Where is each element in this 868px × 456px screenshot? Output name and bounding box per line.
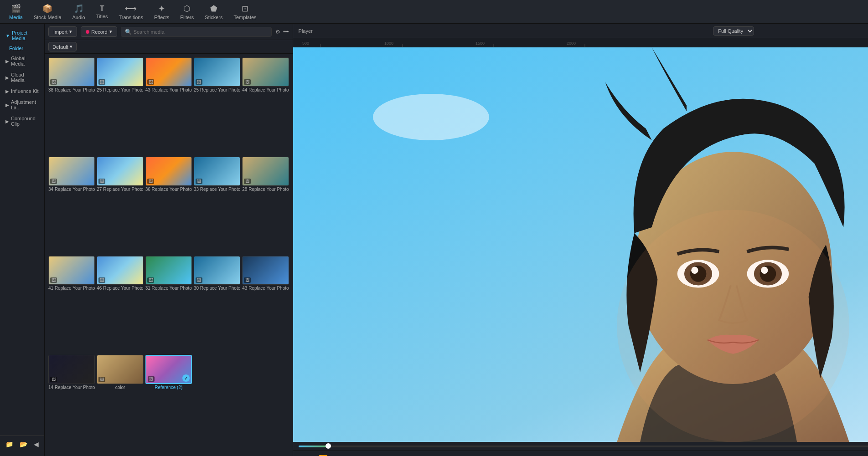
progress-container: 00:00:00:14 / 00:00:06:21 xyxy=(293,442,868,451)
media-actions: ⚙ ••• xyxy=(275,29,289,35)
nav-stickers-label: Stickers xyxy=(205,15,222,20)
quality-select[interactable]: Full Quality 1/2 Quality 1/4 Quality xyxy=(713,26,754,36)
sidebar-item-folder[interactable]: Folder xyxy=(0,44,44,53)
player-label: Player xyxy=(299,28,313,34)
photo-icon: 🖼 xyxy=(244,179,251,184)
media-item[interactable]: 🖼 27 Replace Your Photo xyxy=(97,157,143,254)
nav-templates[interactable]: ⊡ Templates xyxy=(228,2,262,22)
media-item[interactable]: 🖼 14 Replace Your Photo xyxy=(48,355,95,452)
media-item[interactable]: 🖼 41 Replace Your Photo xyxy=(48,256,95,354)
nav-templates-label: Templates xyxy=(233,15,256,20)
record-button[interactable]: Record ▾ xyxy=(81,26,117,37)
arrow-icon-influence: ▶ xyxy=(5,89,9,94)
media-item[interactable]: 🖼 43 Replace Your Photo xyxy=(242,256,289,354)
photo-icon: 🖼 xyxy=(148,376,155,382)
nav-filters[interactable]: ⬡ Filters xyxy=(175,2,199,22)
filter-icon[interactable]: ⚙ xyxy=(275,29,280,35)
sidebar-import-btn[interactable]: 📁 xyxy=(4,440,15,449)
media-item[interactable]: 🖼 28 Replace Your Photo xyxy=(242,157,289,254)
nav-media-label: Media xyxy=(9,15,23,20)
nav-filters-label: Filters xyxy=(180,15,194,20)
sidebar-item-project-media[interactable]: ▼ Project Media xyxy=(0,27,44,44)
step-back-button[interactable]: ⏪ xyxy=(317,454,330,456)
stop-button[interactable]: ⏹ xyxy=(354,454,365,456)
preview-panel: Player Full Quality 1/2 Quality 1/4 Qual… xyxy=(293,24,868,456)
templates-icon: ⊡ xyxy=(242,4,248,14)
media-item[interactable]: 🖼 color xyxy=(97,355,143,452)
filter-label: Default xyxy=(52,44,68,50)
nav-stock-label: Stock Media xyxy=(34,15,62,20)
media-item[interactable]: 🖼 34 Replace Your Photo xyxy=(48,157,95,254)
photo-icon: 🖼 xyxy=(98,377,105,382)
nav-transitions[interactable]: ⟷ Transitions xyxy=(114,2,149,22)
media-item-reference[interactable]: 🖼 ✓ Reference (2) xyxy=(145,355,192,452)
nav-stickers[interactable]: ⬟ Stickers xyxy=(199,2,228,22)
nav-titles[interactable]: T Titles xyxy=(91,3,114,21)
more-icon[interactable]: ••• xyxy=(283,29,289,35)
svg-rect-27 xyxy=(617,210,849,442)
media-item[interactable]: 🖼 25 Replace Your Photo xyxy=(194,57,240,155)
sidebar-folder-label: Folder xyxy=(9,46,23,51)
nav-audio[interactable]: 🎵 Audio xyxy=(67,2,91,22)
media-item-label: Reference (2) xyxy=(145,384,192,391)
media-item-label: 31 Replace Your Photo xyxy=(145,285,192,292)
media-grid: 🖼 38 Replace Your Photo 🖼 25 Replace You… xyxy=(45,54,293,456)
media-item-label: 38 Replace Your Photo xyxy=(48,87,95,93)
media-thumbnail: 🖼 xyxy=(194,57,240,87)
sidebar-item-compound-clip[interactable]: ▶ Compound Clip xyxy=(0,113,44,129)
play-button[interactable]: ▶ xyxy=(337,453,347,456)
rewind-button[interactable]: ⏮ xyxy=(299,454,310,456)
media-item[interactable]: 🖼 36 Replace Your Photo xyxy=(145,157,192,254)
svg-text:2000: 2000 xyxy=(567,41,576,46)
media-item[interactable]: 🖼 43 Replace Your Photo xyxy=(145,57,192,155)
photo-icon: 🖼 xyxy=(147,79,154,85)
top-nav: 🎬 Media 📦 Stock Media 🎵 Audio T Titles ⟷… xyxy=(0,0,868,24)
media-item[interactable]: 🖼 38 Replace Your Photo xyxy=(48,57,95,155)
nav-audio-label: Audio xyxy=(72,15,85,20)
sidebar-collapse-btn[interactable]: ◀ xyxy=(32,440,41,449)
preview-outer: Player Full Quality 1/2 Quality 1/4 Qual… xyxy=(293,24,868,456)
photo-icon: 🖼 xyxy=(98,179,105,184)
media-item-label: 14 Replace Your Photo xyxy=(48,384,95,391)
media-thumbnail: 🖼 xyxy=(97,355,143,384)
progress-bar[interactable] xyxy=(299,446,868,447)
sidebar-project-media-label: Project Media xyxy=(12,30,39,41)
media-thumbnail: 🖼 xyxy=(48,256,95,285)
media-item-label: 41 Replace Your Photo xyxy=(48,285,95,292)
nav-stock-media[interactable]: 📦 Stock Media xyxy=(28,2,67,22)
sidebar-item-cloud-media[interactable]: ▶ Cloud Media xyxy=(0,69,44,86)
sidebar-item-adjustment[interactable]: ▶ Adjustment La... xyxy=(0,97,44,113)
media-item[interactable]: 🖼 25 Replace Your Photo xyxy=(97,57,143,155)
filter-default-button[interactable]: Default ▾ xyxy=(48,42,77,51)
media-thumbnail: 🖼 xyxy=(145,57,192,87)
import-button[interactable]: Import ▾ xyxy=(48,26,77,37)
record-dot xyxy=(86,30,89,34)
media-item[interactable]: 🖼 33 Replace Your Photo xyxy=(194,157,240,254)
media-thumbnail: 🖼 xyxy=(97,57,143,87)
sidebar-folder-btn[interactable]: 📂 xyxy=(18,440,29,449)
media-item[interactable]: 🖼 44 Replace Your Photo xyxy=(242,57,289,155)
search-input[interactable] xyxy=(134,29,268,35)
media-item-label: 28 Replace Your Photo xyxy=(242,186,289,193)
media-item[interactable]: 🖼 30 Replace Your Photo xyxy=(194,256,240,354)
media-thumbnail: 🖼 xyxy=(48,355,95,384)
sidebar-cloud-label: Cloud Media xyxy=(11,72,39,83)
progress-thumb[interactable] xyxy=(326,443,331,449)
sidebar-item-influence-kit[interactable]: ▶ Influence Kit xyxy=(0,86,44,97)
media-thumbnail: 🖼 xyxy=(242,256,289,285)
sidebar-item-global-media[interactable]: ▶ Global Media xyxy=(0,53,44,69)
media-item[interactable]: 🖼 46 Replace Your Photo xyxy=(97,256,143,354)
nav-media[interactable]: 🎬 Media xyxy=(4,2,28,22)
media-item-label: 25 Replace Your Photo xyxy=(194,87,240,93)
photo-icon: 🖼 xyxy=(244,277,251,283)
media-item-label: 44 Replace Your Photo xyxy=(242,87,289,93)
svg-text:1500: 1500 xyxy=(475,41,485,46)
photo-icon: 🖼 xyxy=(147,179,154,184)
media-item[interactable]: 🖼 31 Replace Your Photo xyxy=(145,256,192,354)
search-bar: 🔍 xyxy=(121,27,272,37)
media-panel: Import ▾ Record ▾ 🔍 ⚙ ••• Default ▾ xyxy=(45,24,293,456)
filter-row: Default ▾ xyxy=(45,40,293,54)
nav-effects[interactable]: ✦ Effects xyxy=(149,2,175,22)
main-layout: ▼ Project Media Folder ▶ Global Media ▶ … xyxy=(0,24,868,456)
check-badge: ✓ xyxy=(182,374,190,382)
